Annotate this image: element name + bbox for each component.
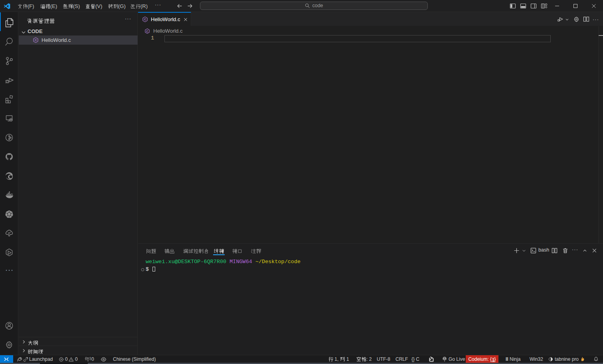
svg-text:C: C — [144, 18, 146, 21]
svg-text:C: C — [146, 30, 148, 33]
svg-text:C: C — [35, 38, 37, 42]
